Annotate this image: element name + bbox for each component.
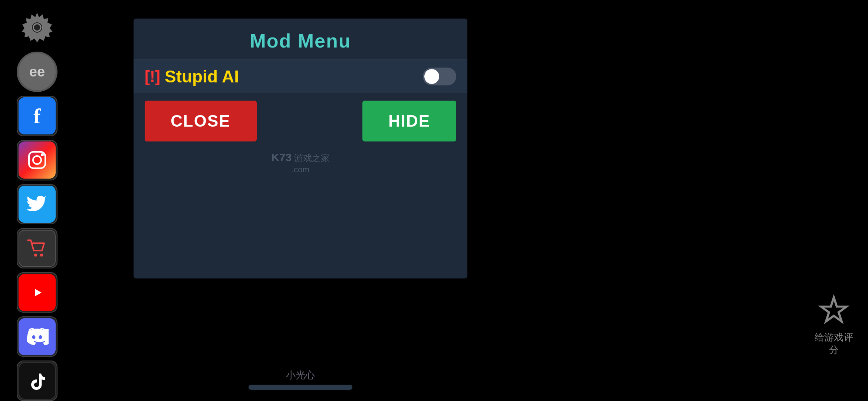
sidebar-youtube-icon[interactable] [17,272,57,313]
exclamation-badge: [!] [145,68,160,85]
stupid-ai-label: Stupid AI [165,66,239,87]
stupid-ai-left: [!] Stupid AI [145,66,239,87]
mod-menu-header: Mod Menu [134,19,467,60]
mod-menu-title: Mod Menu [250,30,351,52]
toggle-track [423,68,456,85]
svg-point-5 [41,153,44,156]
sidebar-tiktok-icon[interactable] [17,361,57,401]
toggle-thumb [424,69,439,84]
sidebar-cart-icon[interactable] [17,228,57,268]
sidebar-discord-icon[interactable] [17,316,57,357]
bottom-hint: 小光心 [286,369,315,382]
sidebar-profile-icon[interactable]: ee [17,52,57,92]
star-icon: ☆ [817,291,851,328]
close-button[interactable]: CLOSE [145,101,257,141]
svg-point-6 [34,254,37,257]
stupid-ai-row: [!] Stupid AI [134,60,467,93]
star-rating[interactable]: ☆ 给游戏评分 [815,291,853,356]
svg-point-4 [33,156,41,164]
sidebar-instagram-icon[interactable] [17,140,57,180]
watermark: K73 游戏之家 .com [271,151,330,175]
buttons-row: CLOSE HIDE [134,93,467,149]
bottom-pill [249,385,352,390]
mod-menu-panel: Mod Menu [!] Stupid AI CLOSE HIDE K73 游戏… [134,19,467,278]
bottom-bar: 小光心 [249,369,352,390]
svg-point-7 [40,254,43,257]
sidebar-facebook-icon[interactable]: f [17,96,57,136]
sidebar-twitter-icon[interactable] [17,184,57,225]
star-label: 给游戏评分 [815,331,853,356]
sidebar: ee f [0,0,74,401]
profile-avatar: ee [19,53,56,90]
sidebar-gear-icon[interactable] [17,7,57,48]
hide-button[interactable]: HIDE [362,101,456,141]
stupid-ai-toggle[interactable] [423,68,456,85]
content-area: K73 游戏之家 .com [134,149,467,260]
